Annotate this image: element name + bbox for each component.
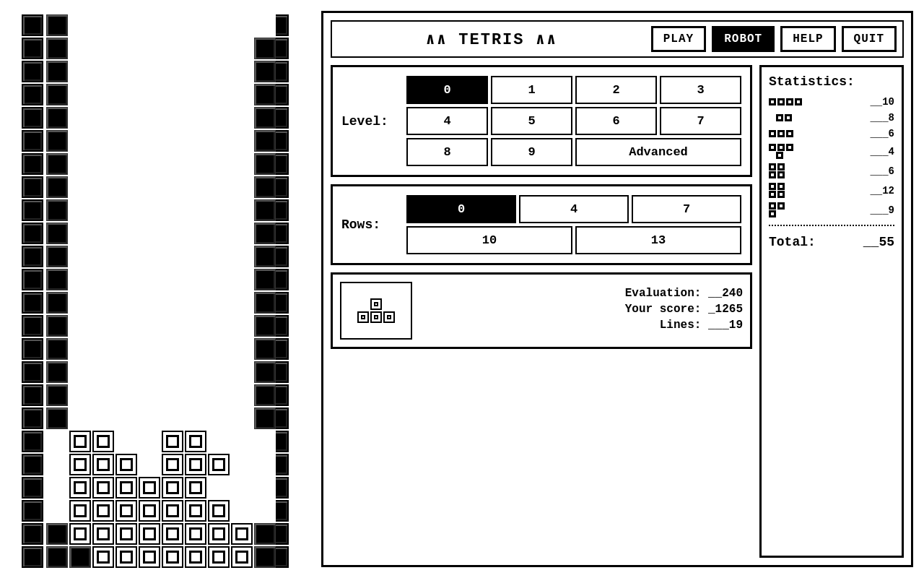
robot-button[interactable]: ROBOT [712,26,775,52]
stat-value-6: __12 [870,185,894,197]
total-label: Total: [769,235,816,249]
level-btn-7[interactable]: 7 [660,107,741,135]
stat-row-4: ___4 [769,144,894,159]
level-btn-advanced[interactable]: Advanced [575,138,741,166]
total-row: Total: __55 [769,235,894,249]
lines-row: Lines: ___19 [421,319,743,332]
stat-pieces-6 [769,183,785,198]
level-grid: 0 1 2 3 4 5 6 7 8 9 Advanced [406,76,741,166]
level-btn-5[interactable]: 5 [491,107,572,135]
level-section: Level: 0 1 2 3 4 5 6 7 8 9 [331,65,752,177]
main-box: ∧∧ TETRIS ∧∧ PLAY ROBOT HELP QUIT Level:… [321,11,913,567]
game-board [46,14,264,564]
level-btn-2[interactable]: 2 [575,76,657,104]
rows-btn-13[interactable]: 13 [575,226,741,254]
stat-value-4: ___4 [870,146,894,158]
level-btn-3[interactable]: 3 [660,76,741,104]
stats-divider [769,225,894,226]
left-wall [22,14,43,568]
stats-title: Statistics: [769,74,894,89]
rows-btn-4[interactable]: 4 [519,195,629,223]
your-score-label: Your score: [625,303,702,316]
content-area: Level: 0 1 2 3 4 5 6 7 8 9 [331,65,904,558]
your-score-value: _1265 [708,303,743,316]
stat-row-1: __10 [769,96,894,108]
stat-pieces-5 [769,163,785,178]
quit-button[interactable]: QUIT [842,26,897,52]
rows-btn-0[interactable]: 0 [406,195,516,223]
lines-label: Lines: [660,319,702,332]
stat-row-2: ___8 [769,112,894,124]
score-info: Evaluation: __240 Your score: _1265 Line… [421,287,743,335]
help-button[interactable]: HELP [780,26,835,52]
level-btn-8[interactable]: 8 [406,138,488,166]
your-score-row: Your score: _1265 [421,303,743,316]
stat-value-3: ___6 [870,128,894,139]
header: ∧∧ TETRIS ∧∧ PLAY ROBOT HELP QUIT [331,20,904,58]
right-panel: ∧∧ TETRIS ∧∧ PLAY ROBOT HELP QUIT Level:… [310,0,924,578]
rows-btn-10[interactable]: 10 [406,226,572,254]
rows-btn-7[interactable]: 7 [632,195,741,223]
lines-value: ___19 [708,319,743,332]
next-piece-box [340,282,412,340]
stat-value-1: __10 [870,96,894,108]
rows-grid-1: 0 4 7 [406,195,741,223]
level-btn-9[interactable]: 9 [491,138,572,166]
level-btn-0[interactable]: 0 [406,76,488,104]
stat-value-7: ___9 [870,204,894,216]
stat-value-5: ___6 [870,165,894,177]
stat-pieces-3 [769,130,793,137]
rows-section: Rows: 0 4 7 10 13 [331,184,752,265]
game-area [0,0,310,578]
game-title: ∧∧ TETRIS ∧∧ [338,30,645,49]
score-section: Evaluation: __240 Your score: _1265 Line… [331,272,752,349]
stat-row-5: ___6 [769,163,894,178]
main-controls: Level: 0 1 2 3 4 5 6 7 8 9 [331,65,752,558]
evaluation-value: __240 [708,287,743,300]
stat-pieces-2 [776,114,792,121]
rows-grid-2: 10 13 [406,226,741,254]
stat-pieces-4 [769,144,793,159]
stat-row-7: ___9 [769,202,894,217]
total-value: __55 [863,235,894,249]
evaluation-label: Evaluation: [625,287,702,300]
level-btn-6[interactable]: 6 [575,107,657,135]
stat-row-3: ___6 [769,128,894,139]
evaluation-row: Evaluation: __240 [421,287,743,300]
rows-label: Rows: [341,217,399,232]
stat-row-6: __12 [769,183,894,198]
stats-panel: Statistics: __10 [759,65,904,558]
level-btn-1[interactable]: 1 [491,76,572,104]
stat-value-2: ___8 [870,112,894,124]
stat-pieces-1 [769,98,802,105]
level-label: Level: [341,114,399,129]
play-button[interactable]: PLAY [651,26,706,52]
level-btn-4[interactable]: 4 [406,107,488,135]
stat-pieces-7 [769,202,785,217]
